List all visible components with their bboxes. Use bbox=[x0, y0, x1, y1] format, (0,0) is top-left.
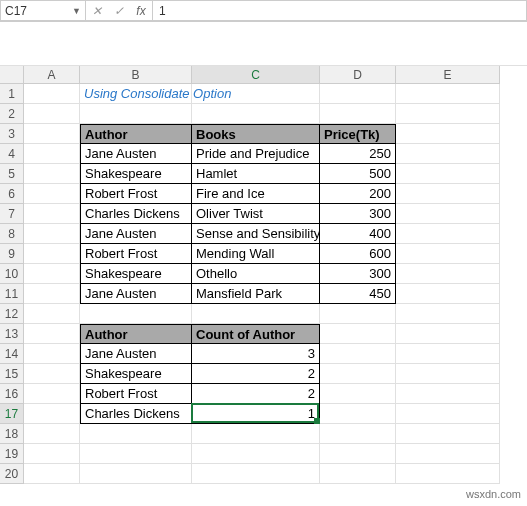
cell[interactable] bbox=[396, 184, 500, 204]
row-header[interactable]: 12 bbox=[0, 304, 24, 324]
row-header[interactable]: 15 bbox=[0, 364, 24, 384]
table-cell[interactable]: 200 bbox=[320, 184, 396, 204]
col-header[interactable]: B bbox=[80, 66, 192, 84]
row-header[interactable]: 2 bbox=[0, 104, 24, 124]
table-cell[interactable]: 600 bbox=[320, 244, 396, 264]
table-cell[interactable]: 2 bbox=[192, 364, 320, 384]
cell[interactable] bbox=[192, 104, 320, 124]
row-header[interactable]: 14 bbox=[0, 344, 24, 364]
cell[interactable] bbox=[396, 224, 500, 244]
table-header[interactable]: Price(Tk) bbox=[320, 124, 396, 144]
cell[interactable] bbox=[24, 424, 80, 444]
row-header[interactable]: 4 bbox=[0, 144, 24, 164]
table-cell[interactable]: Sense and Sensibility bbox=[192, 224, 320, 244]
cell[interactable] bbox=[396, 244, 500, 264]
select-all-corner[interactable] bbox=[0, 66, 24, 84]
page-title[interactable]: Using Consolidate Option bbox=[80, 84, 192, 104]
cell[interactable] bbox=[320, 424, 396, 444]
cell[interactable] bbox=[192, 84, 320, 104]
row-header[interactable]: 7 bbox=[0, 204, 24, 224]
cell[interactable] bbox=[320, 84, 396, 104]
table-cell[interactable]: Othello bbox=[192, 264, 320, 284]
table-cell[interactable]: Jane Austen bbox=[80, 344, 192, 364]
cell[interactable] bbox=[24, 124, 80, 144]
cell[interactable] bbox=[24, 184, 80, 204]
cell[interactable] bbox=[396, 464, 500, 484]
col-header[interactable]: A bbox=[24, 66, 80, 84]
cell[interactable] bbox=[24, 404, 80, 424]
table-cell[interactable]: 450 bbox=[320, 284, 396, 304]
table-cell[interactable]: 500 bbox=[320, 164, 396, 184]
cell[interactable] bbox=[192, 464, 320, 484]
table-cell[interactable]: Shakespeare bbox=[80, 164, 192, 184]
cell[interactable] bbox=[80, 424, 192, 444]
cell[interactable] bbox=[24, 364, 80, 384]
table-cell[interactable]: 300 bbox=[320, 204, 396, 224]
cell[interactable] bbox=[24, 204, 80, 224]
cell[interactable] bbox=[24, 164, 80, 184]
grid-body[interactable]: Using Consolidate Option Author Books Pr… bbox=[24, 84, 500, 484]
cell[interactable] bbox=[80, 464, 192, 484]
table-cell[interactable]: 400 bbox=[320, 224, 396, 244]
table-cell[interactable]: Shakespeare bbox=[80, 264, 192, 284]
cell[interactable] bbox=[396, 324, 500, 344]
cell[interactable] bbox=[320, 324, 396, 344]
cell[interactable] bbox=[80, 104, 192, 124]
table-cell[interactable]: 2 bbox=[192, 384, 320, 404]
cell[interactable] bbox=[396, 364, 500, 384]
col-header[interactable]: C bbox=[192, 66, 320, 84]
cell[interactable] bbox=[396, 424, 500, 444]
table-cell[interactable]: Robert Frost bbox=[80, 384, 192, 404]
cell[interactable] bbox=[396, 204, 500, 224]
cell[interactable] bbox=[192, 444, 320, 464]
col-header[interactable]: D bbox=[320, 66, 396, 84]
cell[interactable] bbox=[320, 384, 396, 404]
cell[interactable] bbox=[320, 464, 396, 484]
table-cell[interactable]: Shakespeare bbox=[80, 364, 192, 384]
check-icon[interactable]: ✓ bbox=[108, 4, 130, 18]
table-cell[interactable]: Mending Wall bbox=[192, 244, 320, 264]
cell[interactable] bbox=[24, 464, 80, 484]
cell[interactable] bbox=[24, 324, 80, 344]
cell[interactable] bbox=[80, 304, 192, 324]
cell[interactable] bbox=[192, 424, 320, 444]
row-header[interactable]: 10 bbox=[0, 264, 24, 284]
table-cell[interactable]: Robert Frost bbox=[80, 244, 192, 264]
cell[interactable] bbox=[24, 344, 80, 364]
table-cell[interactable]: Jane Austen bbox=[80, 144, 192, 164]
row-header[interactable]: 9 bbox=[0, 244, 24, 264]
cell[interactable] bbox=[320, 344, 396, 364]
row-header[interactable]: 20 bbox=[0, 464, 24, 484]
cell[interactable] bbox=[24, 304, 80, 324]
cell[interactable] bbox=[396, 84, 500, 104]
cell[interactable] bbox=[24, 224, 80, 244]
cell[interactable] bbox=[320, 104, 396, 124]
table-header[interactable]: Author bbox=[80, 324, 192, 344]
table-cell[interactable]: Hamlet bbox=[192, 164, 320, 184]
row-header[interactable]: 8 bbox=[0, 224, 24, 244]
cell[interactable] bbox=[396, 124, 500, 144]
cell[interactable] bbox=[396, 404, 500, 424]
cell[interactable] bbox=[24, 104, 80, 124]
cell[interactable] bbox=[396, 144, 500, 164]
cell[interactable] bbox=[24, 264, 80, 284]
table-cell[interactable]: Charles Dickens bbox=[80, 204, 192, 224]
row-header[interactable]: 6 bbox=[0, 184, 24, 204]
cell[interactable] bbox=[320, 404, 396, 424]
row-header[interactable]: 5 bbox=[0, 164, 24, 184]
cell[interactable] bbox=[24, 384, 80, 404]
table-header[interactable]: Author bbox=[80, 124, 192, 144]
cell[interactable] bbox=[24, 284, 80, 304]
row-header[interactable]: 11 bbox=[0, 284, 24, 304]
table-cell[interactable]: Jane Austen bbox=[80, 224, 192, 244]
cell[interactable] bbox=[396, 384, 500, 404]
cell[interactable] bbox=[320, 304, 396, 324]
col-header[interactable]: E bbox=[396, 66, 500, 84]
table-cell[interactable]: Charles Dickens bbox=[80, 404, 192, 424]
cell[interactable] bbox=[24, 144, 80, 164]
name-box[interactable]: C17 ▼ bbox=[0, 0, 86, 21]
table-header[interactable]: Count of Author bbox=[192, 324, 320, 344]
cell[interactable] bbox=[320, 364, 396, 384]
table-cell[interactable]: Mansfield Park bbox=[192, 284, 320, 304]
row-header[interactable]: 19 bbox=[0, 444, 24, 464]
